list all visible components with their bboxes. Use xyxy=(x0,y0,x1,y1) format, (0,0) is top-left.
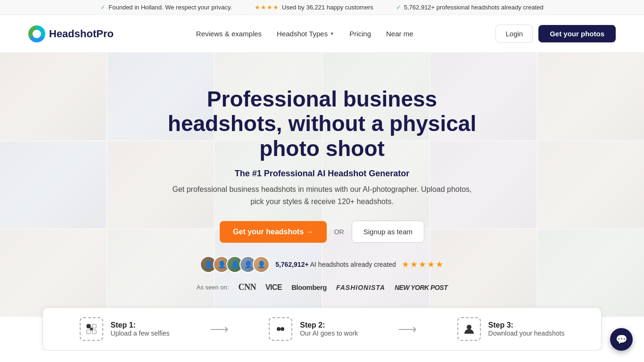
or-label: OR xyxy=(334,228,344,236)
step-2-desc: Our AI goes to work xyxy=(300,329,358,337)
nav-actions: Login Get your photos xyxy=(495,25,616,43)
nav-reviews[interactable]: Reviews & examples xyxy=(196,30,262,38)
avatar-5: 👤 xyxy=(253,256,270,273)
get-photos-button[interactable]: Get your photos xyxy=(538,25,616,42)
hero-section: Professional business headshots, without… xyxy=(0,53,644,317)
topbar-item-3: ✓ 5,762,912+ professional headshots alre… xyxy=(396,4,544,11)
topbar-text-2: Used by 36,221 happy customers xyxy=(282,4,373,11)
step-1-title: Step 1: xyxy=(111,321,170,329)
chat-button[interactable]: 💬 xyxy=(610,328,633,351)
step-1: Step 1: Upload a few selfies xyxy=(80,317,170,341)
hero-subtitle: The #1 Professional AI Headshot Generato… xyxy=(166,169,478,179)
topbar-item-1: ✓ Founded in Holland. We respect your pr… xyxy=(100,4,232,11)
svg-rect-2 xyxy=(87,330,91,334)
logo-text: HeadshotPro xyxy=(49,28,114,40)
check-icon-1: ✓ xyxy=(100,4,106,11)
svg-point-4 xyxy=(90,328,93,330)
social-proof: 👤 👤 👤 👤 👤 5,762,912+ AI headshots alread… xyxy=(166,256,478,273)
social-count-text: 5,762,912+ AI headshots already created xyxy=(275,261,396,268)
login-button[interactable]: Login xyxy=(495,25,533,43)
topbar-item-2: ★★★★ Used by 36,221 happy customers xyxy=(255,4,373,11)
avatar-stack: 👤 👤 👤 👤 👤 xyxy=(200,256,270,273)
press-nypost: NEW YORK POST xyxy=(395,284,447,291)
step-3: Step 3: Download your headshots xyxy=(457,317,565,341)
topbar-text-1: Founded in Holland. We respect your priv… xyxy=(108,4,232,11)
step-3-icon xyxy=(457,317,481,341)
top-bar: ✓ Founded in Holland. We respect your pr… xyxy=(0,0,644,15)
step-2-icon xyxy=(269,317,292,341)
press-fashionista: FASHIONISTA xyxy=(336,284,385,291)
chat-icon: 💬 xyxy=(616,334,627,345)
svg-rect-1 xyxy=(92,324,96,328)
steps-bar: Step 1: Upload a few selfies ⟶ Step 2: O… xyxy=(42,307,602,351)
seen-on-label: As seen on: xyxy=(197,284,229,291)
nav-headshot-types[interactable]: Headshot Types ▼ xyxy=(277,30,334,38)
logo-icon xyxy=(28,25,45,42)
press-cnn: CNN xyxy=(238,282,256,292)
social-count-label: AI headshots already created xyxy=(310,261,396,268)
nav-near-me[interactable]: Near me xyxy=(386,30,413,38)
chevron-down-icon: ▼ xyxy=(330,31,334,36)
svg-point-7 xyxy=(467,325,471,329)
step-2-title: Step 2: xyxy=(300,321,358,329)
hero-buttons: Get your headshots → OR Signup as team xyxy=(166,221,478,243)
social-stars: ★★★★★ xyxy=(402,259,444,270)
press-bloomberg: Bloomberg xyxy=(291,283,327,291)
step-1-desc: Upload a few selfies xyxy=(111,329,170,337)
signup-team-button[interactable]: Signup as team xyxy=(352,221,424,243)
svg-rect-3 xyxy=(92,330,96,334)
svg-rect-0 xyxy=(87,324,91,328)
step-3-title: Step 3: xyxy=(488,321,565,329)
get-headshots-button[interactable]: Get your headshots → xyxy=(220,221,327,243)
step-2: Step 2: Our AI goes to work xyxy=(269,317,358,341)
topbar-text-3: 5,762,912+ professional headshots alread… xyxy=(404,4,544,11)
hero-title: Professional business headshots, without… xyxy=(166,87,478,162)
hero-content: Professional business headshots, without… xyxy=(157,68,487,302)
nav-links: Reviews & examples Headshot Types ▼ Pric… xyxy=(196,30,413,38)
step-2-text: Step 2: Our AI goes to work xyxy=(300,321,358,337)
step-arrow-1: ⟶ xyxy=(210,321,229,337)
step-3-desc: Download your headshots xyxy=(488,329,565,337)
social-count-number: 5,762,912+ xyxy=(275,261,308,268)
step-1-icon xyxy=(80,317,103,341)
step-1-text: Step 1: Upload a few selfies xyxy=(111,321,170,337)
svg-point-6 xyxy=(281,327,284,331)
seen-on: As seen on: CNN VICE Bloomberg FASHIONIS… xyxy=(166,282,478,292)
step-3-text: Step 3: Download your headshots xyxy=(488,321,565,337)
check-icon-2: ✓ xyxy=(396,4,401,11)
nav-pricing[interactable]: Pricing xyxy=(349,30,371,38)
svg-point-5 xyxy=(277,327,281,331)
star-rating: ★★★★ xyxy=(255,4,279,11)
navbar: HeadshotPro Reviews & examples Headshot … xyxy=(0,15,644,53)
press-vice: VICE xyxy=(265,283,282,292)
hero-description: Get professional business headshots in m… xyxy=(166,183,478,207)
logo-link[interactable]: HeadshotPro xyxy=(28,25,114,42)
step-arrow-2: ⟶ xyxy=(398,321,417,337)
logo-inner-circle xyxy=(33,30,41,38)
